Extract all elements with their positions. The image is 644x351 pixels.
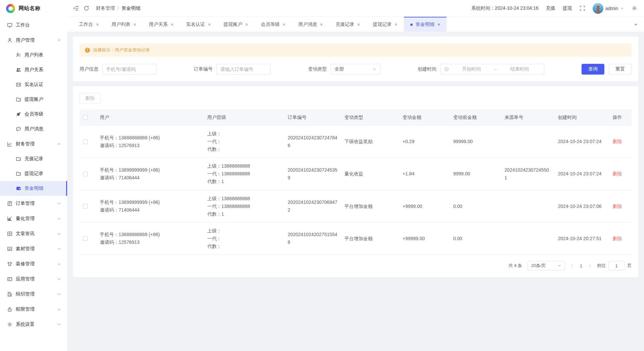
row-checkbox[interactable]: [83, 236, 88, 241]
cell-created-time: 2024-10-24 23:07:06: [555, 190, 609, 222]
page-size-select[interactable]: 20条/页: [527, 261, 565, 270]
row-checkbox[interactable]: [83, 172, 88, 176]
row-checkbox[interactable]: [83, 139, 88, 144]
reset-button[interactable]: 重置: [609, 64, 632, 75]
prev-page-icon[interactable]: [570, 264, 574, 267]
user-info-label: 用户信息: [80, 66, 98, 72]
sidebar-item-fund-details[interactable]: 资金明细: [0, 181, 67, 196]
select-all-checkbox[interactable]: [83, 115, 88, 120]
row-checkbox[interactable]: [83, 204, 88, 209]
close-icon[interactable]: ×: [96, 22, 99, 27]
end-time-placeholder: 结束时间: [499, 66, 540, 72]
close-icon[interactable]: ×: [320, 22, 323, 27]
tab-user-messages[interactable]: 用户消息×: [292, 17, 329, 32]
tab-member-levels[interactable]: 会员等级×: [255, 17, 292, 32]
level-first-gen: 13888888888: [221, 204, 250, 209]
sidebar-item-user-management[interactable]: 用户管理: [0, 33, 67, 48]
sidebar-item-permission-management[interactable]: 权限管理: [0, 302, 67, 317]
tab-withdraw-accounts[interactable]: 提现账户×: [217, 17, 255, 32]
cell-order-no: 20202410242027515548: [284, 222, 341, 255]
chevron-down-icon: [57, 232, 61, 236]
chevron-up-icon: [57, 38, 61, 42]
breadcrumb-parent[interactable]: 财务管理: [96, 5, 115, 11]
column-change-amount: 变动金额: [399, 109, 450, 126]
column-actions: 操作: [609, 109, 632, 126]
close-icon[interactable]: ×: [208, 22, 211, 27]
sidebar-item-finance-management[interactable]: 财务管理: [0, 136, 67, 151]
sidebar-item-decoration-management[interactable]: 装修管理: [0, 256, 67, 271]
sidebar-item-withdraw-accounts[interactable]: 提现账户: [0, 92, 67, 107]
sidebar-item-quant-management[interactable]: 量化管理: [0, 211, 67, 226]
user-menu[interactable]: admin: [593, 3, 624, 14]
next-page-icon[interactable]: [588, 264, 592, 267]
fullscreen-icon[interactable]: [580, 5, 585, 11]
user-phone: 13899999999 (+86): [119, 167, 160, 173]
username: admin: [605, 6, 618, 11]
sidebar-item-system-settings[interactable]: 系统设置: [0, 317, 67, 332]
sidebar-item-workbench[interactable]: 工作台: [0, 17, 67, 33]
date-range-picker[interactable]: 开始时间 – 结束时间: [440, 64, 544, 75]
tab-recharge-records[interactable]: 充值记录×: [329, 17, 366, 32]
tab-list-dropdown[interactable]: [628, 17, 644, 32]
folder-icon: [16, 156, 21, 162]
tab-user-list[interactable]: 用户列表×: [105, 17, 142, 32]
user-info-input[interactable]: [102, 64, 156, 75]
tab-workbench[interactable]: 工作台×: [73, 17, 105, 32]
sidebar-item-app-management[interactable]: 应用管理: [0, 271, 67, 287]
order-no-label: 订单编号: [194, 66, 213, 72]
tab-withdraw-records[interactable]: 提现记录×: [367, 17, 404, 32]
sidebar-item-user-list[interactable]: 用户列表: [0, 48, 67, 62]
cell-before-amount: 0.00: [450, 222, 501, 255]
row-delete-button[interactable]: 删除: [613, 171, 622, 176]
close-icon[interactable]: ×: [133, 22, 136, 27]
site-name: 网站名称: [18, 5, 41, 12]
filter-order-no: 订单编号: [194, 64, 271, 75]
chevron-down-icon: [557, 264, 561, 268]
cell-order-no: 20202410242307247846: [284, 126, 341, 158]
cell-change-amount: +99999.00: [399, 222, 450, 255]
gear-icon[interactable]: [632, 5, 637, 11]
sidebar-item-user-relations[interactable]: 用户关系: [0, 62, 67, 77]
sidebar-item-organization-management[interactable]: 组织管理: [0, 287, 67, 302]
breadcrumb: 财务管理 / 资金明细: [96, 5, 140, 11]
recharge-button[interactable]: 充值: [546, 5, 555, 11]
row-delete-button[interactable]: 删除: [613, 139, 622, 144]
close-icon[interactable]: ×: [283, 22, 285, 27]
chevron-down-icon: [634, 22, 638, 27]
tab-fund-details[interactable]: 资金明细×: [404, 17, 447, 32]
row-delete-button[interactable]: 删除: [613, 236, 622, 241]
folder-icon: [16, 97, 21, 102]
change-type-label: 变动类型: [308, 66, 327, 72]
order-no-input[interactable]: [216, 64, 271, 75]
close-icon[interactable]: ×: [171, 22, 173, 27]
sidebar-item-article-news[interactable]: 文章资讯: [0, 226, 67, 241]
refresh-icon[interactable]: [84, 5, 89, 11]
goto-page-input[interactable]: [608, 261, 625, 270]
avatar[interactable]: [593, 3, 603, 14]
close-icon[interactable]: ×: [438, 22, 440, 27]
close-icon[interactable]: ×: [357, 22, 360, 27]
change-type-select[interactable]: 全部: [331, 64, 380, 75]
sidebar-item-user-messages[interactable]: 用户消息: [0, 122, 67, 136]
withdraw-button[interactable]: 提现: [563, 5, 572, 11]
search-button[interactable]: 查询: [582, 64, 604, 75]
current-page[interactable]: 1: [580, 263, 582, 268]
tab-identity-verification[interactable]: 实名认证×: [180, 17, 217, 32]
sidebar-collapse-icon[interactable]: [73, 5, 79, 11]
row-delete-button[interactable]: 删除: [613, 204, 622, 209]
close-icon[interactable]: ×: [245, 22, 248, 27]
user-phone: 13899999999 (+86): [119, 200, 160, 205]
monitor-icon: [7, 23, 12, 28]
sidebar-item-order-management[interactable]: 订单管理: [0, 196, 67, 211]
filter-created-time: 创建时间 开始时间 – 结束时间: [418, 64, 544, 75]
sidebar-item-identity-verification[interactable]: 实名认证: [0, 77, 67, 92]
filter-row: 用户信息 订单编号 变动类型 全部 创建时间: [80, 64, 632, 75]
sidebar-item-withdraw-records[interactable]: 提现记录: [0, 166, 67, 181]
table-card: 删除 用户 用户层级 订单编号 变动类型 变动金额 变动前金额 来源单: [73, 86, 638, 277]
tab-user-relations[interactable]: 用户关系×: [142, 17, 180, 32]
sidebar-item-recharge-records[interactable]: 充值记录: [0, 151, 67, 166]
sidebar-item-material-management[interactable]: 素材管理: [0, 241, 67, 256]
delete-selected-button[interactable]: 删除: [80, 93, 100, 104]
sidebar-item-member-levels[interactable]: 会员等级: [0, 107, 67, 122]
close-icon[interactable]: ×: [395, 22, 398, 27]
